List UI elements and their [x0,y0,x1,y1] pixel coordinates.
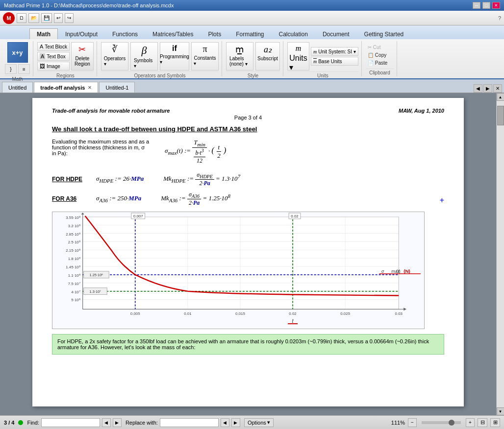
undo-button[interactable]: ↩ [54,13,63,23]
text-box-button[interactable]: A Text Box [37,52,70,61]
doc-tab-trade-off[interactable]: trade-off analysis ✕ [34,82,98,93]
symbols-icon: β [141,44,147,57]
chart-svg: 3.55·10⁸ 3.2·10⁸ 2.85·10⁸ 2.5·10⁸ 2.15·1… [52,212,424,329]
constants-icon: π [202,44,207,54]
plus-marker: + [440,196,444,205]
tab-right-arrow[interactable]: ▶ [483,84,492,93]
image-icon: 🖼 [40,63,45,69]
subscript-button[interactable]: a₂ Subscript [255,42,280,71]
constants-button[interactable]: π Constants ▾ [191,42,219,71]
doc-tab-untitled[interactable]: Untitled [2,82,33,93]
svg-text:2.15·10⁸: 2.15·10⁸ [66,249,80,253]
paste-button[interactable]: 📄 Paste [366,60,394,66]
programming-icon: if [172,44,177,53]
a36-label: FOR A36 [52,195,86,202]
tab-getting-started[interactable]: Getting Started [357,28,411,39]
find-prev-button[interactable]: ◀ [102,418,111,427]
svg-text:1.25·10⁸: 1.25·10⁸ [90,273,103,277]
cut-button: ✂ Cut [366,44,394,50]
replace-prev-button[interactable]: ◀ [221,418,229,427]
labels-icon: m̲ [235,44,244,55]
image-button[interactable]: 🖼 Image [37,62,70,71]
programming-button[interactable]: if Programming ▾ [160,42,189,71]
copy-button[interactable]: 📋 Copy [366,52,394,58]
text-block-icon: A [40,44,43,49]
tab-plots[interactable]: Plots [201,28,228,39]
math-sub-btn1[interactable]: } [5,64,17,74]
zoom-out-button[interactable]: − [408,418,417,427]
scroll-thumb[interactable] [497,106,504,125]
doc-tabs: Untitled trade-off analysis ✕ Untitled-1… [0,79,504,93]
save-button[interactable]: 💾 [41,13,52,23]
constants-label: Constants ▾ [194,55,216,66]
base-units-button[interactable]: m Base Units [311,57,358,66]
grid-view-button[interactable]: ⊞ [490,418,500,427]
replace-input[interactable] [160,418,219,427]
tab-left-arrow[interactable]: ◀ [474,84,482,93]
symbols-label: Symbols ▾ [134,58,154,69]
replace-area: Replace with: ◀ ▶ [126,418,240,427]
find-next-button[interactable]: ▶ [113,418,122,427]
tab-calculation[interactable]: Calculation [272,28,315,39]
zoom-slider[interactable] [422,421,461,424]
chart-area[interactable]: 3.55·10⁸ 3.2·10⁸ 2.85·10⁸ 2.5·10⁸ 2.15·1… [52,212,425,329]
zoom-in-button[interactable]: + [466,418,475,427]
status-indicator [18,420,23,425]
tab-math[interactable]: Math [29,28,58,39]
delete-region-button[interactable]: ✂ Delete Region [71,42,94,71]
eval-text: Evaluating the maximum stress and as a f… [52,139,150,156]
ribbon-group-style: m̲ Labels (none) ▾ a₂ Subscript Style [223,41,283,76]
doc-tab-close-btn[interactable]: ✕ [88,85,92,90]
labels-button[interactable]: m̲ Labels (none) ▾ [226,42,253,71]
header-left: Trade-off analysis for movable robot arm… [52,108,170,114]
zoom-slider-thumb[interactable] [449,420,454,426]
tab-matrices-tables[interactable]: Matrices/Tables [145,28,201,39]
find-input[interactable] [41,418,100,427]
scroll-down-button[interactable]: ▼ [497,407,504,415]
subscript-icon: a₂ [264,44,272,55]
find-label: Find: [27,420,39,426]
scroll-up-button[interactable]: ▲ [497,93,504,101]
a36-formula1: σA36 := 250·MPa [96,194,141,203]
doc-tab-untitled-1[interactable]: Untitled-1 [99,82,135,93]
eval-row: Evaluating the maximum stress and as a f… [52,139,444,165]
tab-functions[interactable]: Functions [105,28,145,39]
redo-button[interactable]: ↪ [65,13,74,23]
help-button[interactable]: ? [498,15,501,21]
text-block-label: Text Block [45,44,67,49]
symbols-button[interactable]: β Symbols ▾ [130,42,158,71]
open-button[interactable]: 📂 [28,13,39,23]
scrollbar-right[interactable]: ▲ ▼ [496,93,504,415]
page-view-button[interactable]: ⊟ [478,418,487,427]
close-button[interactable]: ✕ [492,2,500,9]
math-sub-btn2[interactable]: ≡ [18,64,30,74]
tab-document[interactable]: Document [315,28,357,39]
cut-label: Cut [373,45,381,50]
image-label: Image [47,64,60,69]
maximize-button[interactable]: □ [482,2,490,9]
svg-text:1.1·10⁸: 1.1·10⁸ [68,273,80,278]
status-bar: 3 / 4 Find: ◀ ▶ Replace with: ◀ ▶ Option… [0,415,504,429]
formula-main: σmax(t) := Tmin b·t3 12 · ( [165,139,226,165]
units-button[interactable]: m Units ▾ [287,42,309,71]
scroll-track[interactable] [497,101,504,407]
replace-next-button[interactable]: ▶ [231,418,240,427]
math-main-button[interactable]: x+y [7,42,28,63]
tab-formatting[interactable]: Formatting [228,28,271,39]
paste-label: Paste [375,60,388,66]
hdpe-row: FOR HDPE σHDPE := 26·MPa MkHDPE := σHDPE… [52,171,444,187]
title-bar-text: Mathcad Prime 1.0 - D:\Mathcad\process\d… [4,2,174,8]
options-button[interactable]: Options ▾ [244,418,274,427]
svg-text:4·10⁷: 4·10⁷ [71,290,80,294]
operators-button[interactable]: ∛ Operators ▾ [101,42,128,71]
tab-close-all[interactable]: ✕ [493,84,502,93]
tab-input-output[interactable]: Input/Output [58,28,105,39]
unit-system-button[interactable]: m Unit System: SI ▾ [311,47,358,56]
minimize-button[interactable]: ─ [473,2,480,9]
text-block-button[interactable]: A Text Block [37,42,70,51]
new-button[interactable]: 🗋 [17,13,26,23]
svg-text:(N): (N) [403,268,410,274]
doc-canvas[interactable]: Trade-off analysis for movable robot arm… [0,93,496,415]
svg-text:1.8·10⁸: 1.8·10⁸ [68,257,80,262]
page-header: Trade-off analysis for movable robot arm… [52,108,444,114]
